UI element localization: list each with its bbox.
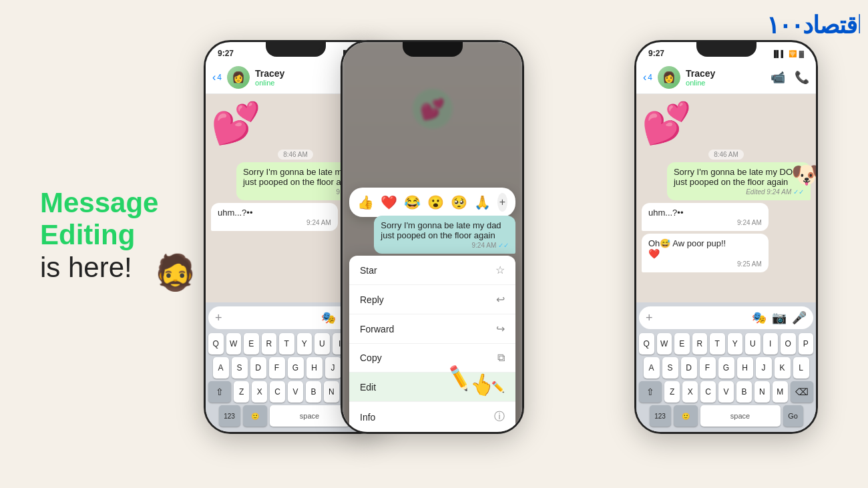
menu-info[interactable]: Info ⓘ (349, 402, 515, 433)
kb-a[interactable]: A (213, 357, 229, 379)
input-bar-right[interactable]: + 🎭 📷 🎤 (639, 306, 813, 329)
camera-btn-right[interactable]: 📷 (772, 310, 787, 325)
highlighted-bubble[interactable]: Sorry I'm gonna be late my dad just poop… (374, 216, 515, 254)
kb-j[interactable]: J (325, 357, 341, 379)
back-button-right[interactable]: ‹ 4 (643, 71, 652, 83)
bubble-meta-out-right: Edited 9:24 AM ✓✓ (674, 188, 804, 196)
kb-k-r[interactable]: K (775, 357, 791, 379)
menu-star[interactable]: Star ☆ (349, 256, 515, 285)
highlighted-time: 9:24 AM (472, 242, 497, 249)
kb-c[interactable]: C (270, 381, 285, 403)
kb-z[interactable]: Z (234, 381, 249, 403)
reaction-surprised[interactable]: 😮 (427, 194, 444, 210)
kb-s[interactable]: S (232, 357, 248, 379)
kb-n[interactable]: N (324, 381, 339, 403)
kb-w-r[interactable]: W (657, 333, 672, 354)
kb-123-right[interactable]: 123 (650, 405, 671, 427)
kb-y-r[interactable]: Y (728, 333, 743, 354)
menu-reply[interactable]: Reply ↩ (349, 285, 515, 314)
kb-i-r[interactable]: I (763, 333, 779, 354)
notch-right (696, 42, 756, 57)
kb-q[interactable]: Q (208, 333, 224, 354)
contact-name-left: Tracey (255, 68, 340, 79)
kb-z-r[interactable]: Z (664, 381, 680, 403)
reaction-sad[interactable]: 🥺 (451, 194, 467, 210)
video-icon-right[interactable]: 📹 (771, 70, 785, 85)
kb-l-r[interactable]: L (793, 357, 809, 379)
reaction-laugh[interactable]: 😂 (404, 194, 421, 210)
kb-shift-right[interactable]: ⇧ (639, 381, 662, 403)
kb-e-r[interactable]: E (674, 333, 690, 354)
kb-b-r[interactable]: B (736, 381, 752, 403)
menu-copy[interactable]: Copy ⧉ (349, 344, 515, 373)
contact-info-right[interactable]: Tracey online (686, 68, 771, 87)
plus-icon-right[interactable]: + (646, 311, 653, 325)
edited-label: Edited 9:24 AM (746, 188, 791, 196)
kb-c-r[interactable]: C (700, 381, 716, 403)
chat-scroll-right: 💕 8:46 AM Sorry I'm gonna be late my DOG… (636, 94, 816, 302)
kb-f[interactable]: F (269, 357, 285, 379)
sticker-btn-right[interactable]: 🎭 (752, 310, 767, 325)
kb-go-right[interactable]: Go (783, 405, 803, 427)
kb-w[interactable]: W (226, 333, 242, 354)
reaction-pray[interactable]: 🙏 (474, 194, 491, 210)
kb-d[interactable]: D (250, 357, 266, 379)
kb-y[interactable]: Y (297, 333, 312, 354)
kb-q-r[interactable]: Q (639, 333, 654, 354)
kb-p-r[interactable]: P (799, 333, 814, 354)
kb-e[interactable]: E (244, 333, 259, 354)
menu-forward[interactable]: Forward ↪ (349, 314, 515, 344)
kb-delete-right[interactable]: ⌫ (791, 381, 813, 403)
kb-g-r[interactable]: G (718, 357, 734, 379)
battery-icon-right: ▓ (799, 50, 804, 57)
keyboard-right: + 🎭 📷 🎤 Q W E R T Y U I O P A S (636, 302, 816, 432)
kb-emoji-right[interactable]: 🙂 (674, 405, 698, 427)
plus-icon-left[interactable]: + (215, 311, 222, 325)
back-count-right: 4 (648, 73, 652, 82)
reaction-plus-btn[interactable]: + (497, 193, 507, 212)
kb-n-r[interactable]: N (754, 381, 770, 403)
kb-x-r[interactable]: X (682, 381, 698, 403)
avatar-left: 👩 (227, 66, 250, 89)
kb-space-right[interactable]: space (700, 405, 781, 427)
back-button-left[interactable]: ‹ 4 (212, 71, 222, 83)
kb-r-r[interactable]: R (692, 333, 708, 354)
kb-emoji-left[interactable]: 🙂 (243, 405, 267, 427)
kb-h[interactable]: H (306, 357, 322, 379)
kb-r[interactable]: R (262, 333, 277, 354)
kb-h-r[interactable]: H (737, 357, 753, 379)
kb-d-r[interactable]: D (681, 357, 697, 379)
kb-x[interactable]: X (252, 381, 267, 403)
message-out-right[interactable]: Sorry I'm gonna be late my DOG just poop… (667, 162, 811, 200)
kb-s-r[interactable]: S (662, 357, 678, 379)
reaction-thumbs-up[interactable]: 👍 (357, 194, 374, 210)
kb-shift-left[interactable]: ⇧ (208, 381, 231, 403)
msg-in2-time-right: 9:25 AM (737, 260, 762, 268)
kb-row3-right: ⇧ Z X C V B N M ⌫ (639, 381, 813, 403)
kb-f-r[interactable]: F (700, 357, 716, 379)
kb-o-r[interactable]: O (781, 333, 796, 354)
kb-u-r[interactable]: U (745, 333, 761, 354)
kb-space-left[interactable]: space (270, 405, 350, 427)
contact-info-left[interactable]: Tracey online (255, 68, 340, 87)
sticker-btn-left[interactable]: 🎭 (321, 310, 336, 325)
phone-icon-right[interactable]: 📞 (795, 70, 809, 85)
kb-m-r[interactable]: M (773, 381, 788, 403)
kb-t-r[interactable]: T (710, 333, 725, 354)
kb-123-left[interactable]: 123 (219, 405, 240, 427)
message-in-left[interactable]: uhm...?•• 9:24 AM (211, 203, 338, 231)
kb-t[interactable]: T (279, 333, 294, 354)
kb-b[interactable]: B (306, 381, 321, 403)
kb-g[interactable]: G (288, 357, 304, 379)
kb-j-r[interactable]: J (756, 357, 772, 379)
emoji-reaction-bar[interactable]: 👍 ❤️ 😂 😮 🥺 🙏 + (349, 188, 515, 217)
kb-u[interactable]: U (314, 333, 330, 354)
message-in2-right[interactable]: Oh😅 Aw poor pup!! ❤️ 9:25 AM (642, 234, 769, 272)
reaction-heart[interactable]: ❤️ (381, 194, 397, 210)
message-in1-right[interactable]: uhm...?•• 9:24 AM (642, 203, 769, 231)
kb-v-r[interactable]: V (718, 381, 734, 403)
mic-btn-right[interactable]: 🎤 (792, 310, 807, 325)
kb-v[interactable]: V (288, 381, 303, 403)
menu-delete[interactable]: Delete 🗑 (349, 433, 515, 434)
kb-a-r[interactable]: A (644, 357, 660, 379)
